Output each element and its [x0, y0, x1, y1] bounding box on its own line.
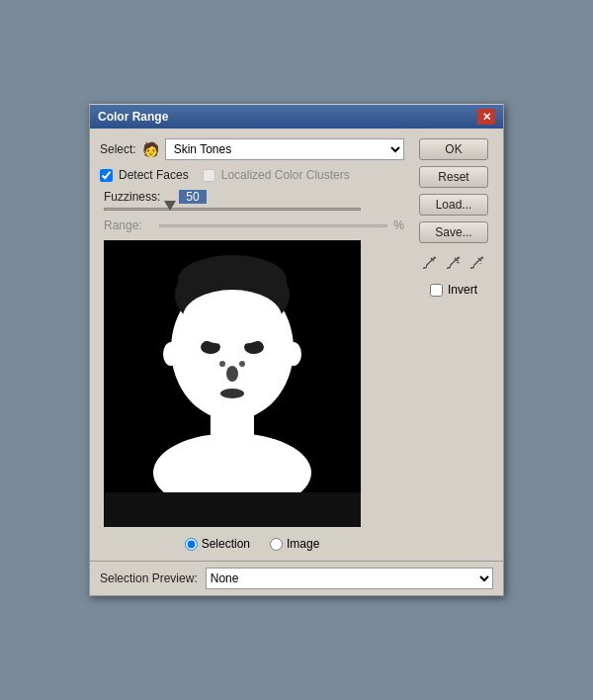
invert-checkbox[interactable]	[430, 284, 443, 297]
fuzziness-row: Fuzziness: 50	[104, 190, 404, 204]
load-button[interactable]: Load...	[419, 194, 488, 216]
reset-button[interactable]: Reset	[419, 166, 488, 188]
detect-faces-checkbox[interactable]	[100, 169, 113, 182]
right-panel: OK Reset Load... Save... +	[414, 138, 493, 551]
svg-text:+: +	[456, 258, 461, 267]
detect-faces-label: Detect Faces	[119, 168, 189, 182]
svg-point-11	[163, 342, 179, 366]
svg-point-15	[183, 290, 282, 345]
left-panel: Select: 🧑 Skin Tones Reds Yellows Greens…	[100, 138, 404, 551]
localized-color-clusters-checkbox[interactable]	[203, 169, 215, 182]
select-dropdown[interactable]: Skin Tones Reds Yellows Greens Cyans Blu…	[165, 138, 404, 160]
dialog-title: Color Range	[98, 110, 168, 124]
radio-row: Selection Image	[100, 537, 404, 551]
selection-preview-label: Selection Preview:	[100, 571, 198, 585]
fuzziness-thumb[interactable]	[164, 201, 176, 211]
range-label: Range:	[104, 219, 153, 232]
range-pct: %	[393, 219, 404, 232]
image-radio[interactable]	[270, 538, 283, 551]
person-icon: 🧑	[142, 141, 159, 157]
preview-box	[104, 240, 361, 527]
save-button[interactable]: Save...	[419, 221, 488, 243]
svg-point-8	[220, 389, 244, 398]
eyedropper-icon[interactable]	[420, 253, 440, 273]
invert-label: Invert	[448, 283, 477, 297]
invert-row: Invert	[430, 283, 477, 297]
image-label: Image	[287, 537, 319, 551]
tool-icons: + -	[420, 253, 487, 273]
fuzziness-track	[104, 208, 361, 211]
selection-option: Selection	[185, 537, 250, 551]
range-row: Range: %	[104, 219, 404, 232]
ok-button[interactable]: OK	[419, 138, 488, 160]
svg-rect-13	[104, 492, 361, 527]
face-preview-svg	[104, 240, 361, 527]
select-label: Select:	[100, 142, 136, 156]
selection-label: Selection	[202, 537, 250, 551]
select-row: Select: 🧑 Skin Tones Reds Yellows Greens…	[100, 138, 404, 160]
dialog-body: Select: 🧑 Skin Tones Reds Yellows Greens…	[90, 129, 503, 561]
svg-point-10	[239, 361, 245, 367]
eyedropper-plus-icon[interactable]: +	[444, 253, 464, 273]
color-range-dialog: Color Range ✕ Select: 🧑 Skin Tones Reds …	[89, 104, 504, 596]
close-button[interactable]: ✕	[477, 109, 495, 125]
svg-point-12	[286, 342, 301, 366]
title-bar: Color Range ✕	[90, 105, 503, 129]
svg-point-9	[219, 361, 225, 367]
bottom-row: Selection Preview: None Grayscale Black …	[90, 561, 503, 595]
eyedropper-minus-icon[interactable]: -	[467, 253, 487, 273]
selection-preview-dropdown[interactable]: None Grayscale Black Matte White Matte Q…	[206, 568, 493, 589]
fuzziness-value: 50	[179, 190, 207, 204]
image-option: Image	[270, 537, 319, 551]
fuzziness-label: Fuzziness:	[104, 190, 173, 204]
svg-text:-: -	[479, 258, 482, 267]
detect-faces-row: Detect Faces Localized Color Clusters	[100, 168, 404, 182]
svg-point-7	[226, 366, 238, 382]
fuzziness-slider-container	[104, 208, 404, 211]
selection-radio[interactable]	[185, 538, 198, 551]
localized-color-clusters-label: Localized Color Clusters	[221, 168, 350, 182]
range-track	[159, 224, 387, 227]
